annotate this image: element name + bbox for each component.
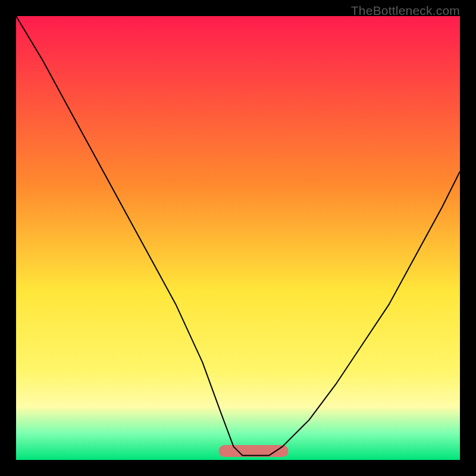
chart-area [16, 16, 460, 460]
watermark-text: TheBottleneck.com [351, 4, 460, 18]
chart-svg [16, 16, 460, 460]
bottleneck-curve [16, 16, 460, 456]
